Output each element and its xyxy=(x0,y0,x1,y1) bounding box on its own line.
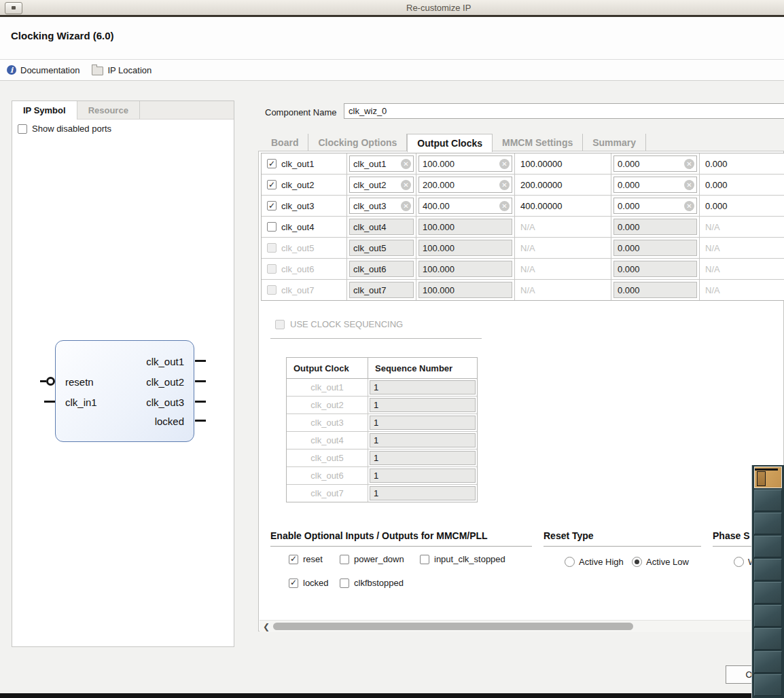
palette-button[interactable] xyxy=(754,651,782,673)
phase-requested-field: 0.000 xyxy=(613,219,697,235)
input-clk-stopped-checkbox[interactable] xyxy=(420,555,429,564)
tab-board[interactable]: Board xyxy=(262,134,308,151)
clear-icon[interactable]: ✕ xyxy=(684,159,694,169)
reset-option[interactable]: ✓ reset xyxy=(289,554,323,564)
phase-requested-field[interactable]: 0.000✕ xyxy=(613,177,697,193)
palette-button[interactable] xyxy=(754,536,782,557)
locked-option[interactable]: ✓ locked xyxy=(289,578,329,588)
sequence-number-field: 1 xyxy=(370,486,476,500)
clock-enable-checkbox xyxy=(267,264,277,274)
table-row: clk_out4 clk_out4 100.000 N/A 0.000 N/A xyxy=(262,217,784,238)
active-high-radio[interactable] xyxy=(565,557,575,567)
tab-clocking-options[interactable]: Clocking Options xyxy=(308,134,407,151)
tab-summary[interactable]: Summary xyxy=(583,134,646,151)
table-row: ✓ clk_out1 clk_out1✕ 100.000✕ 100.00000 … xyxy=(262,153,784,174)
component-name-label: Component Name xyxy=(265,107,337,117)
tab-output-clocks[interactable]: Output Clocks xyxy=(407,134,493,152)
clock-enable-checkbox[interactable]: ✓ xyxy=(267,180,277,189)
palette-button[interactable] xyxy=(754,513,782,534)
output-clocks-pane: ✓ clk_out1 clk_out1✕ 100.000✕ 100.00000 … xyxy=(258,151,784,631)
active-low-option[interactable]: Active Low xyxy=(632,557,689,567)
freq-requested-field[interactable]: 400.00✕ xyxy=(418,198,512,214)
sequence-number-field: 1 xyxy=(370,416,476,430)
port-resetn: resetn xyxy=(65,375,94,389)
clear-icon[interactable]: ✕ xyxy=(499,201,510,211)
resetn-active-low-bubble xyxy=(46,377,55,386)
phase-requested-field[interactable]: 0.000✕ xyxy=(613,198,697,214)
active-low-radio[interactable] xyxy=(632,557,642,567)
phase-actual-value: 0.000 xyxy=(705,180,728,190)
info-icon: i xyxy=(7,65,16,75)
component-name-input[interactable]: clk_wiz_0 xyxy=(344,103,784,119)
window-menu-button[interactable] xyxy=(5,2,22,14)
show-disabled-ports-label: Show disabled ports xyxy=(32,124,111,134)
port-locked: locked xyxy=(155,415,184,428)
clear-icon[interactable]: ✕ xyxy=(684,180,694,190)
clear-icon[interactable]: ✕ xyxy=(401,201,411,211)
port-name-field[interactable]: clk_out3✕ xyxy=(349,198,414,214)
power-down-option[interactable]: power_down xyxy=(340,554,404,564)
palette-button[interactable] xyxy=(754,674,782,696)
reset-checkbox[interactable]: ✓ xyxy=(289,555,298,564)
table-row: ✓ clk_out3 clk_out3✕ 400.00✕ 400.00000 0… xyxy=(262,196,784,217)
ip-location-label: IP Location xyxy=(107,65,152,75)
input-clk-stopped-option[interactable]: input_clk_stopped xyxy=(420,554,505,564)
use-clock-sequencing-checkbox xyxy=(275,320,285,329)
clock-enable-checkbox[interactable]: ✓ xyxy=(267,159,277,168)
phase-option-radio[interactable] xyxy=(734,557,744,567)
clock-row-label: clk_out7 xyxy=(281,285,314,295)
documentation-link[interactable]: i Documentation xyxy=(7,65,79,75)
show-disabled-ports[interactable]: Show disabled ports xyxy=(18,124,111,134)
optional-io-section-title: Enable Optional Inputs / Outputs for MMC… xyxy=(270,530,532,547)
tab-resource[interactable]: Resource xyxy=(77,101,140,119)
palette-icon[interactable] xyxy=(754,466,782,488)
palette-button[interactable] xyxy=(754,490,782,511)
horizontal-scrollbar[interactable]: ❮ xyxy=(260,620,783,632)
freq-requested-field[interactable]: 200.000✕ xyxy=(418,177,512,193)
scrollbar-thumb[interactable] xyxy=(273,623,633,630)
palette-button[interactable] xyxy=(754,559,782,581)
palette-button[interactable] xyxy=(754,628,782,650)
tab-ip-symbol[interactable]: IP Symbol xyxy=(12,101,77,120)
clear-icon[interactable]: ✕ xyxy=(401,159,411,169)
active-high-option[interactable]: Active High xyxy=(565,557,624,567)
palette-button[interactable] xyxy=(754,605,782,627)
sequence-number-field: 1 xyxy=(370,433,476,447)
dialog-header: Clocking Wizard (6.0) i Documentation IP… xyxy=(0,17,784,80)
clear-icon[interactable]: ✕ xyxy=(499,159,510,169)
tab-mmcm-settings[interactable]: MMCM Settings xyxy=(493,134,583,151)
clkfbstopped-option[interactable]: clkfbstopped xyxy=(340,578,404,588)
freq-actual-value: 400.00000 xyxy=(520,201,562,211)
clock-enable-checkbox[interactable]: ✓ xyxy=(267,201,277,210)
freq-actual-value: 200.00000 xyxy=(520,180,562,190)
palette-button[interactable] xyxy=(754,582,782,604)
phase-requested-field[interactable]: 0.000✕ xyxy=(613,155,697,172)
phase-actual-value: N/A xyxy=(705,222,720,232)
port-clk-in1: clk_in1 xyxy=(65,396,97,409)
use-clock-sequencing: USE CLOCK SEQUENCING xyxy=(275,319,403,329)
clk-out1-pin xyxy=(195,360,206,362)
port-clk-out2: clk_out2 xyxy=(146,375,184,389)
reset-type-section-title: Reset Type xyxy=(544,530,701,547)
check-icon: ✓ xyxy=(290,555,297,563)
locked-checkbox[interactable]: ✓ xyxy=(289,578,298,588)
scroll-left-icon[interactable]: ❮ xyxy=(263,622,270,631)
port-name-field[interactable]: clk_out1✕ xyxy=(349,155,414,172)
freq-requested-field[interactable]: 100.000✕ xyxy=(418,155,512,172)
clear-icon[interactable]: ✕ xyxy=(401,180,411,190)
sequence-number-field: 1 xyxy=(370,380,476,394)
ip-location-link[interactable]: IP Location xyxy=(92,65,152,75)
check-icon: ✓ xyxy=(268,202,275,210)
clkfbstopped-checkbox[interactable] xyxy=(340,578,349,588)
output-clock-table: ✓ clk_out1 clk_out1✕ 100.000✕ 100.00000 … xyxy=(261,153,784,301)
column-header-sequence-number: Sequence Number xyxy=(368,358,477,378)
clear-icon[interactable]: ✕ xyxy=(684,201,694,211)
documentation-label: Documentation xyxy=(20,65,79,75)
clock-enable-checkbox[interactable] xyxy=(267,222,277,232)
locked-pin xyxy=(195,420,206,422)
show-disabled-ports-checkbox[interactable] xyxy=(18,124,27,134)
clear-icon[interactable]: ✕ xyxy=(499,180,510,190)
freq-actual-value: N/A xyxy=(520,243,535,253)
port-name-field[interactable]: clk_out2✕ xyxy=(349,177,414,193)
power-down-checkbox[interactable] xyxy=(340,555,349,564)
